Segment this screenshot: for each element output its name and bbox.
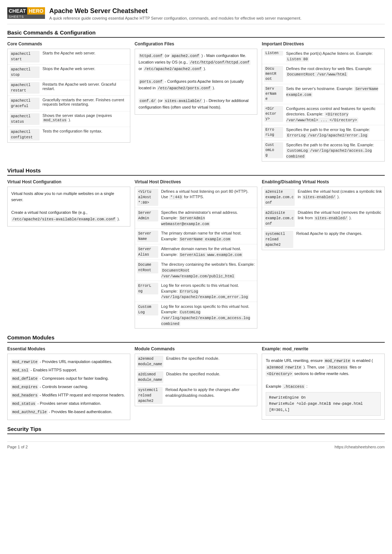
dir-val: Defines the root directory for web files… xyxy=(286,66,382,77)
essential-modules-title: Essential Modules xyxy=(7,346,130,351)
table-row: apachectlstatus Shows the server status … xyxy=(8,111,130,127)
cmd-val: Tests the configuration file syntax. xyxy=(42,129,102,133)
vdir-val: The primary domain name for the virtual … xyxy=(161,231,255,242)
cmd-key: apachectlgraceful xyxy=(10,98,40,109)
cmd-val: Restarts the Apache web server. Graceful… xyxy=(42,82,128,91)
table-row: ErrorLog Log file for errors specific to… xyxy=(135,281,257,302)
important-directives-table: Listen Specifies the port(s) Apache list… xyxy=(262,49,385,162)
table-row: ServerAdmin Specifies the administrator'… xyxy=(135,208,257,229)
table-row: ServerName The primary domain name for t… xyxy=(135,229,257,244)
mod-val: Disables the specified module. xyxy=(166,371,220,377)
vhost-directives-table: <VirtualHost*:80> Defines a virtual host… xyxy=(135,187,258,329)
vhost-config-title: Virtual Host Configuration xyxy=(7,179,130,184)
essential-modules-card: Essential Modules mod_rewrite - Provides… xyxy=(7,346,130,420)
table-row: apachectlrestart Restarts the Apache web… xyxy=(8,80,130,96)
vdir-key: ServerAdmin xyxy=(137,210,158,221)
vhost-line-1: Virtual hosts allow you to run multiple … xyxy=(11,191,126,203)
table-row: DocumentRoot Defines the root directory … xyxy=(262,64,384,84)
common-modules-section: Common Modules Essential Modules mod_rew… xyxy=(7,334,385,420)
list-item: mod_deflate - Compresses output for fast… xyxy=(11,374,126,383)
vdir-key: ServerName xyxy=(137,231,158,242)
vdir-key: CustomLog xyxy=(137,304,158,315)
footer-url[interactable]: https://cheatsheetshero.com xyxy=(335,445,385,449)
dir-key: Listen xyxy=(264,51,283,56)
vdir-key: ServerAlias xyxy=(137,246,158,258)
dir-key: ErrorLog xyxy=(264,127,283,138)
module-commands-table: a2enmodmodule_name Enables the specified… xyxy=(135,354,258,406)
table-row: <Directory> Configures access control an… xyxy=(262,104,384,125)
table-row: ErrorLog Specifies the path to the error… xyxy=(262,125,384,140)
en-key: a2ensiteexample.com.conf xyxy=(264,189,295,206)
dir-val: Configures access control and features f… xyxy=(286,106,382,123)
table-row: Listen Specifies the port(s) Apache list… xyxy=(262,49,384,64)
common-modules-title: Common Modules xyxy=(7,334,385,343)
table-row: CustomLog Log file for access logs speci… xyxy=(135,302,257,328)
mod-val: Reload Apache to apply the changes after… xyxy=(166,387,255,398)
dir-val: Specifies the path to the error log file… xyxy=(286,127,382,138)
vdir-key: DocumentRoot xyxy=(137,262,158,273)
vdir-val: Log file for access logs specific to thi… xyxy=(161,304,255,326)
important-directives-card: Important Directives Listen Specifies th… xyxy=(262,41,385,162)
mod-rewrite-desc: To enable URL rewriting, ensure mod_rewr… xyxy=(266,358,381,377)
table-row: ServerAlias Alternative domain names for… xyxy=(135,244,257,260)
table-row: a2enmodmodule_name Enables the specified… xyxy=(135,354,257,370)
vdir-key: <VirtualHost*:80> xyxy=(137,189,158,206)
dis-key: a2dissiteexample.com.conf xyxy=(264,210,295,227)
mod-rewrite-title: Example: mod_rewrite xyxy=(262,346,385,351)
cmd-val: Gracefully restarts the server. Finishes… xyxy=(42,98,128,106)
dir-val: Sets the server's hostname. Example: Ser… xyxy=(286,86,382,97)
dir-key: CustomLog xyxy=(264,142,283,158)
core-commands-table: apachectlstart Starts the Apache web ser… xyxy=(7,49,130,143)
table-row: apachectlgraceful Gracefully restarts th… xyxy=(8,96,130,111)
table-row: ServerName Sets the server's hostname. E… xyxy=(262,84,384,104)
table-row: DocumentRoot The directory containing th… xyxy=(135,260,257,281)
vdir-val: Log file for errors specific to this vir… xyxy=(161,283,255,300)
reload-val: Reload Apache to apply the changes. xyxy=(296,231,362,236)
mod-key: a2enmodmodule_name xyxy=(137,356,163,367)
logo-sheets: SHEETS xyxy=(7,15,45,19)
table-row: a2ensiteexample.com.conf Enables the vir… xyxy=(262,187,384,208)
vhost-line-2: Create a virtual host configuration file… xyxy=(11,209,126,222)
config-files-title: Configuration Files xyxy=(135,41,258,46)
header-text: Apache Web Server Cheatsheet A quick ref… xyxy=(49,7,302,20)
cmd-key: apachectlrestart xyxy=(10,82,40,94)
list-item: mod_authnz_file - Provides file-based au… xyxy=(11,408,126,416)
cmd-key: apachectlstop xyxy=(10,66,40,78)
dir-val: Specifies the port(s) Apache listens on.… xyxy=(286,51,382,62)
footer-page: Page 1 of 2 xyxy=(7,445,28,449)
vdir-val: Alternative domain names for the virtual… xyxy=(161,246,255,257)
config-line-2: ports.conf - Configures ports Apache lis… xyxy=(139,78,254,91)
enable-disable-title: Enabling/Disabling Virtual Hosts xyxy=(262,179,385,184)
module-commands-card: Module Commands a2enmodmodule_name Enabl… xyxy=(135,346,258,420)
logo: CHEAT HERO SHEETS xyxy=(7,7,45,19)
page-title: Apache Web Server Cheatsheet xyxy=(49,7,302,15)
mod-key: a2dismodmodule_name xyxy=(137,371,163,383)
table-row: apachectlstart Starts the Apache web ser… xyxy=(8,49,130,65)
security-tips-title: Security Tips xyxy=(7,426,385,434)
vhost-directives-title: Virtual Host Directives xyxy=(135,179,258,184)
en-val: Enables the virtual host (creates a symb… xyxy=(298,189,382,200)
cmd-key: apachectlconfigtest xyxy=(10,129,40,140)
mod-rewrite-card: Example: mod_rewrite To enable URL rewri… xyxy=(262,346,385,420)
core-commands-title: Core Commands xyxy=(7,41,130,46)
vdir-val: Specifies the administrator's email addr… xyxy=(161,210,255,227)
vhost-config-card: Virtual Host Configuration Virtual hosts… xyxy=(7,179,130,329)
mod-rewrite-box: To enable URL rewriting, ensure mod_rewr… xyxy=(262,354,385,419)
basic-commands-grid: Core Commands apachectlstart Starts the … xyxy=(7,41,385,162)
config-files-card: Configuration Files httpd.conf (or apach… xyxy=(135,41,258,162)
virtual-hosts-section: Virtual Hosts Virtual Host Configuration… xyxy=(7,167,385,329)
dis-val: Disables the virtual host (removes the s… xyxy=(298,210,382,221)
dir-key: DocumentRoot xyxy=(264,66,283,82)
table-row: systemctlreloadapache2 Reload Apache to … xyxy=(135,385,257,406)
vhost-directives-card: Virtual Host Directives <VirtualHost*:80… xyxy=(135,179,258,329)
list-item: mod_status - Provides server status info… xyxy=(11,399,126,408)
enable-disable-card: Enabling/Disabling Virtual Hosts a2ensit… xyxy=(262,179,385,329)
virtual-hosts-title: Virtual Hosts xyxy=(7,167,385,176)
cmd-val: Shows the server status page (requires m… xyxy=(42,113,128,122)
vdir-val: The directory containing the website's f… xyxy=(161,262,255,279)
dir-key: ServerName xyxy=(264,86,283,102)
basic-commands-section: Basic Commands & Configuration Core Comm… xyxy=(7,29,385,162)
list-item: mod_expires - Controls browser caching. xyxy=(11,383,126,391)
mod-val: Enables the specified module. xyxy=(166,356,220,361)
enable-disable-table: a2ensiteexample.com.conf Enables the vir… xyxy=(262,187,385,250)
